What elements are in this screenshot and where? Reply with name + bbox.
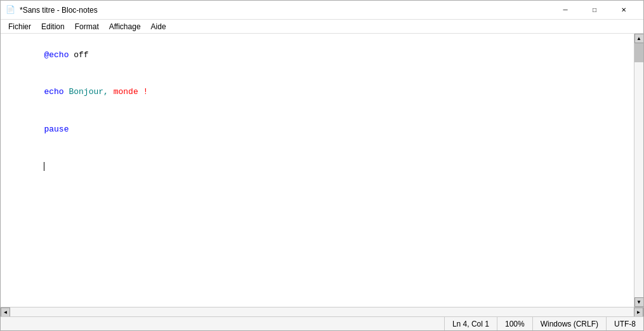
monde-text: monde ! [108,87,148,97]
status-encoding: UTF-8 [606,317,643,330]
keyword-echo1: @echo [44,50,69,60]
scroll-down-button[interactable]: ▼ [634,297,644,307]
menu-affichage[interactable]: Affichage [104,20,146,34]
maximize-button[interactable]: □ [580,1,609,20]
app-icon: 📄 [6,5,16,15]
menu-bar: Fichier Edition Format Affichage Aide [1,20,643,34]
scrollbar-horizontal: ◄ ► [1,307,643,316]
title-bar-left: 📄 *Sans titre - Bloc-notes [6,5,98,15]
scroll-left-button[interactable]: ◄ [1,307,10,317]
menu-aide[interactable]: Aide [146,20,171,34]
scroll-up-button[interactable]: ▲ [634,34,644,43]
text-cursor [44,162,44,171]
scroll-right-button[interactable]: ► [634,307,643,317]
title-bar: 📄 *Sans titre - Bloc-notes ─ □ ✕ [1,1,643,20]
editor-area: @echo off echo Bonjour, monde ! pause ▲ … [1,34,643,307]
scroll-track-vertical[interactable] [634,43,643,297]
main-window: 📄 *Sans titre - Bloc-notes ─ □ ✕ Fichier… [0,0,644,331]
status-zoom: 100% [497,317,532,330]
keyword-echo2: echo [44,87,63,97]
menu-fichier[interactable]: Fichier [3,20,36,34]
code-editor[interactable]: @echo off echo Bonjour, monde ! pause [1,34,634,307]
scroll-track-horizontal[interactable] [10,307,634,317]
editor-wrapper: @echo off echo Bonjour, monde ! pause [1,34,634,307]
keyword-pause: pause [44,125,69,134]
status-line-endings: Windows (CRLF) [532,317,606,330]
menu-edition[interactable]: Edition [36,20,70,34]
menu-format[interactable]: Format [70,20,104,34]
window-title: *Sans titre - Bloc-notes [20,6,98,15]
scrollbar-vertical: ▲ ▼ [634,34,643,307]
status-bar: Ln 4, Col 1 100% Windows (CRLF) UTF-8 [1,316,643,330]
echo-off: off [74,50,88,60]
bottom-area: ◄ ► Ln 4, Col 1 100% Windows (CRLF) UTF-… [1,307,643,330]
minimize-button[interactable]: ─ [551,1,580,20]
status-position: Ln 4, Col 1 [444,317,497,330]
scroll-thumb-vertical[interactable] [634,43,643,62]
window-controls: ─ □ ✕ [551,1,638,20]
bonjour-word: Bonjour, [69,87,108,97]
close-button[interactable]: ✕ [609,1,638,20]
